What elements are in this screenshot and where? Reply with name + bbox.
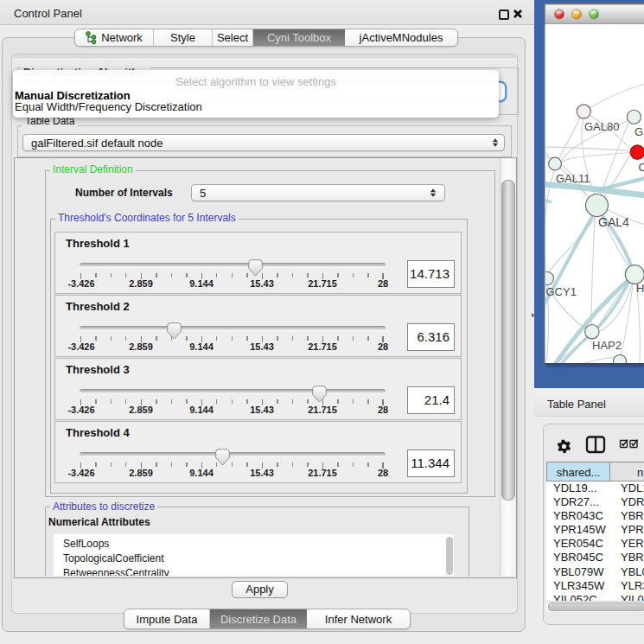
svg-text:HAP2: HAP2 [592, 339, 622, 352]
svg-text:GAL80: GAL80 [584, 120, 619, 133]
svg-text:GAL11: GAL11 [556, 172, 590, 185]
svg-text:GAL4: GAL4 [598, 215, 629, 229]
svg-text:C: C [639, 161, 644, 174]
svg-text:GCY1: GCY1 [546, 285, 577, 298]
svg-text:G.: G. [634, 125, 644, 138]
svg-text:H: H [636, 282, 644, 295]
